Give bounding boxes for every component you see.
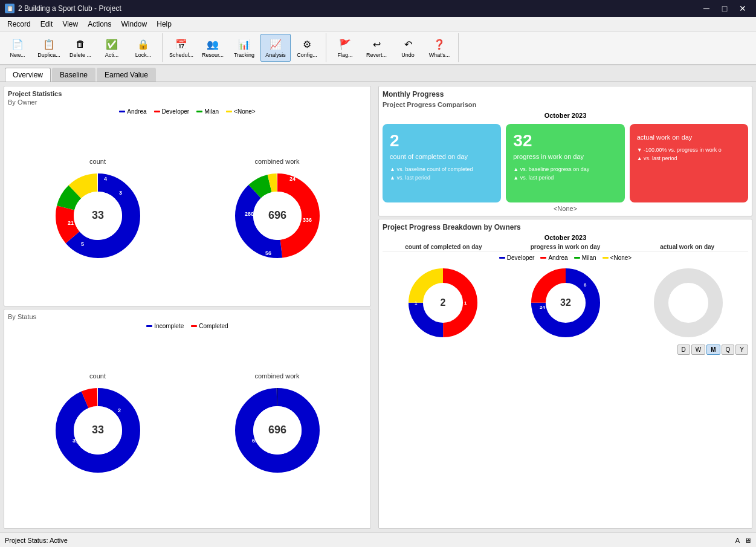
config-button[interactable]: ⚙ Config... xyxy=(292,34,322,62)
stat6: vs. last period xyxy=(637,154,741,163)
lock-button[interactable]: 🔒 Lock... xyxy=(128,34,158,62)
svg-text:696: 696 xyxy=(268,424,286,436)
owner-charts-row: count 33 21 xyxy=(8,117,367,305)
project-status: Project Status: Active xyxy=(5,537,68,544)
app-icon: 📋 xyxy=(5,4,15,13)
svg-point-45 xyxy=(669,283,708,322)
period-year[interactable]: Y xyxy=(735,345,748,355)
monitor-icon: 🖥 xyxy=(745,537,751,544)
svg-text:33: 33 xyxy=(91,209,103,221)
tab-earned-value[interactable]: Earned Value xyxy=(97,68,156,82)
flag-button[interactable]: 🚩 Flag... xyxy=(330,34,360,62)
duplicate-button[interactable]: 📋 Duplica... xyxy=(34,34,64,62)
breakdown-legend: Developer Andrea Milan <None> xyxy=(383,254,748,261)
breakdown-andrea: Andrea xyxy=(540,254,567,261)
milan-dot xyxy=(196,111,202,112)
revert-button[interactable]: ↩ Revert... xyxy=(361,34,392,62)
period-quarter[interactable]: Q xyxy=(722,345,735,355)
toolbar-group-2: 📅 Schedul... 👥 Resour... 📊 Tracking 📈 An… xyxy=(166,33,326,62)
duplicate-icon: 📋 xyxy=(42,37,56,51)
breakdown-section: Project Progress Breakdown by Owners Oct… xyxy=(378,219,752,529)
right-panel: Monthly Progress Project Progress Compar… xyxy=(375,82,756,532)
flag-label: Flag... xyxy=(337,53,352,59)
completed-label: Completed xyxy=(199,323,228,329)
card-actual: actual work on day -100.00% vs. progress… xyxy=(630,124,748,202)
breakdown-chart-1: 2 1 1 xyxy=(383,264,503,342)
breakdown-charts: 2 1 1 32 24 xyxy=(383,264,748,342)
menu-record[interactable]: Record xyxy=(2,19,36,30)
stat3: vs. baseline progress on day xyxy=(513,165,617,173)
legend-completed: Completed xyxy=(191,323,228,329)
none-label: <None> xyxy=(234,108,256,115)
toolbar-group-3: 🚩 Flag... ↩ Revert... ↶ Undo ❓ What's... xyxy=(330,33,459,62)
card-progress-title: progress in work on day xyxy=(513,153,617,160)
tab-baseline[interactable]: Baseline xyxy=(52,68,95,82)
andrea-dot xyxy=(119,111,125,112)
bd-andrea-dot xyxy=(540,257,546,259)
tab-overview[interactable]: Overview xyxy=(5,68,51,82)
menu-actions[interactable]: Actions xyxy=(83,19,116,30)
legend-milan: Milan xyxy=(196,108,219,115)
schedule-icon: 📅 xyxy=(174,37,189,51)
stat5: -100.00% vs. progress in work o xyxy=(637,146,741,154)
left-panel: Project Statistics By Owner Andrea Devel… xyxy=(0,82,375,532)
undo-button[interactable]: ↶ Undo xyxy=(393,34,423,62)
period-day[interactable]: D xyxy=(677,345,690,355)
status-count-chart: count 33 31 2 xyxy=(8,372,187,479)
card-completed-number: 2 xyxy=(390,131,494,151)
minimize-button[interactable]: ─ xyxy=(698,0,715,17)
period-week[interactable]: W xyxy=(691,345,705,355)
status-combined-svg: 696 696 xyxy=(229,382,326,479)
menu-view[interactable]: View xyxy=(57,19,83,30)
duplicate-label: Duplica... xyxy=(37,53,60,59)
action-button[interactable]: ✅ Acti... xyxy=(97,34,127,62)
svg-text:280: 280 xyxy=(245,211,254,217)
config-icon: ⚙ xyxy=(300,37,314,51)
owner-combined-chart: combined work 696 336 xyxy=(187,158,367,264)
breakdown-chart-3-svg xyxy=(649,264,728,342)
whats-button[interactable]: ❓ What's... xyxy=(424,34,454,62)
comparison-title: Project Progress Comparison xyxy=(383,101,748,108)
milan-label: Milan xyxy=(204,108,219,115)
new-button[interactable]: 📄 New... xyxy=(2,34,33,62)
bd-milan-label: Milan xyxy=(582,254,596,261)
bd-developer-label: Developer xyxy=(507,254,535,261)
project-statistics: Project Statistics By Owner Andrea Devel… xyxy=(4,86,371,306)
svg-text:336: 336 xyxy=(303,217,312,223)
legend-none: <None> xyxy=(226,108,256,115)
card-actual-title: actual work on day xyxy=(637,134,741,141)
legend-incomplete: Incomplete xyxy=(146,323,184,329)
whats-icon: ❓ xyxy=(432,37,447,51)
menu-help[interactable]: Help xyxy=(152,19,176,30)
tracking-button[interactable]: 📊 Tracking xyxy=(229,34,259,62)
card-actual-stats: -100.00% vs. progress in work o vs. last… xyxy=(637,146,741,163)
stat1: vs. baseline count of completed xyxy=(390,165,494,173)
monthly-progress: Monthly Progress Project Progress Compar… xyxy=(378,86,752,216)
tabs: Overview Baseline Earned Value xyxy=(0,65,756,82)
menu-edit[interactable]: Edit xyxy=(36,19,58,30)
delete-button[interactable]: 🗑 Delete ... xyxy=(65,34,95,62)
main-content: Project Statistics By Owner Andrea Devel… xyxy=(0,82,756,532)
revert-icon: ↩ xyxy=(369,37,384,51)
period-month[interactable]: M xyxy=(706,345,720,355)
undo-label: Undo xyxy=(401,53,415,59)
resources-button[interactable]: 👥 Resour... xyxy=(198,34,228,62)
bd-andrea-label: Andrea xyxy=(548,254,567,261)
menu-window[interactable]: Window xyxy=(117,19,152,30)
by-status-title: By Status xyxy=(8,313,367,320)
bd-none-label: <None> xyxy=(610,254,632,261)
schedule-button[interactable]: 📅 Schedul... xyxy=(166,34,196,62)
period-buttons: D W M Q Y xyxy=(677,345,748,355)
period-buttons-row: D W M Q Y xyxy=(383,345,748,355)
breakdown-chart-2: 32 24 8 xyxy=(505,264,625,342)
analysis-button[interactable]: 📈 Analysis xyxy=(260,34,291,62)
breakdown-title: Project Progress Breakdown by Owners xyxy=(383,223,748,231)
breakdown-chart-2-svg: 32 24 8 xyxy=(526,264,605,342)
breakdown-developer: Developer xyxy=(499,254,535,261)
maximize-button[interactable]: □ xyxy=(716,0,733,17)
flag-icon: 🚩 xyxy=(338,37,352,51)
none-dot xyxy=(226,111,232,112)
breakdown-chart-1-svg: 2 1 1 xyxy=(404,264,482,342)
breakdown-milan: Milan xyxy=(574,254,596,261)
close-button[interactable]: ✕ xyxy=(734,0,751,17)
